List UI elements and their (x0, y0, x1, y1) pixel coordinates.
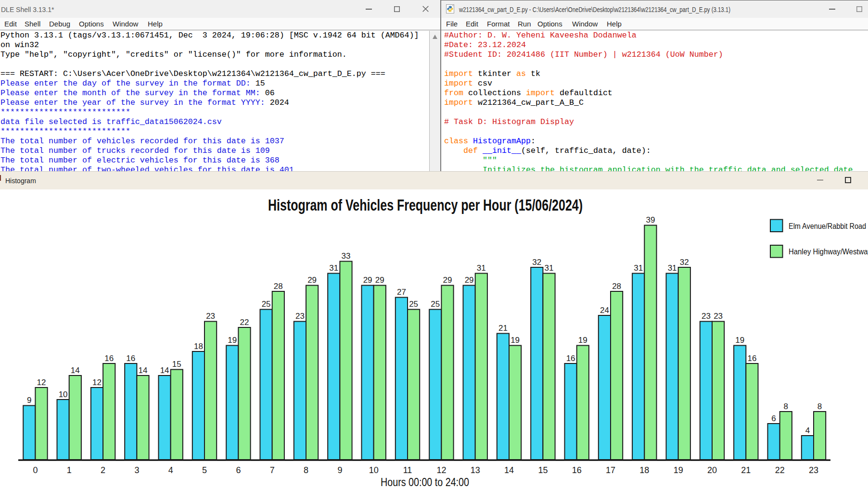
svg-text:23: 23 (206, 312, 215, 321)
svg-text:19: 19 (735, 336, 744, 345)
svg-text:4: 4 (168, 465, 173, 475)
svg-text:27: 27 (397, 288, 406, 297)
svg-text:29: 29 (307, 275, 317, 285)
svg-text:21: 21 (498, 324, 508, 333)
svg-text:14: 14 (71, 366, 80, 375)
svg-text:31: 31 (634, 263, 643, 273)
svg-text:8: 8 (784, 402, 788, 411)
svg-text:5: 5 (202, 465, 207, 475)
svg-text:8: 8 (304, 465, 308, 475)
svg-text:9: 9 (337, 465, 342, 475)
svg-text:8: 8 (817, 402, 822, 411)
svg-text:21: 21 (741, 465, 751, 475)
svg-text:19: 19 (578, 336, 587, 345)
svg-text:22: 22 (775, 465, 785, 475)
svg-text:3: 3 (134, 465, 139, 475)
svg-text:10: 10 (59, 390, 68, 399)
svg-text:Histogram of Vehicles Frequenc: Histogram of Vehicles Frequency per Hour… (268, 196, 583, 214)
svg-text:23: 23 (809, 465, 818, 475)
svg-text:Hours 00:00 to 24:00: Hours 00:00 to 24:00 (381, 475, 469, 488)
svg-text:16: 16 (747, 354, 756, 363)
svg-text:0: 0 (33, 465, 38, 475)
svg-text:19: 19 (674, 465, 683, 475)
svg-text:23: 23 (714, 312, 723, 321)
svg-text:19: 19 (228, 336, 237, 345)
svg-text:23: 23 (702, 312, 711, 321)
svg-text:13: 13 (471, 465, 480, 475)
svg-text:28: 28 (274, 282, 283, 291)
svg-text:19: 19 (511, 336, 520, 345)
svg-text:12: 12 (436, 465, 446, 475)
svg-text:10: 10 (369, 465, 379, 475)
svg-text:31: 31 (329, 263, 338, 273)
svg-text:29: 29 (375, 275, 384, 285)
svg-text:11: 11 (403, 465, 412, 475)
svg-text:14: 14 (160, 366, 169, 375)
svg-text:2: 2 (101, 465, 105, 475)
svg-text:20: 20 (707, 465, 717, 475)
svg-text:22: 22 (240, 318, 249, 327)
svg-text:14: 14 (504, 465, 514, 475)
svg-text:18: 18 (639, 465, 649, 475)
svg-text:31: 31 (477, 263, 486, 273)
svg-text:9: 9 (27, 396, 31, 405)
svg-text:29: 29 (465, 275, 474, 285)
svg-text:32: 32 (680, 258, 689, 267)
svg-text:23: 23 (295, 312, 305, 321)
svg-text:25: 25 (262, 300, 271, 309)
svg-text:31: 31 (668, 263, 677, 273)
svg-text:6: 6 (236, 465, 241, 475)
svg-text:32: 32 (532, 258, 541, 267)
svg-text:16: 16 (104, 354, 114, 363)
svg-text:16: 16 (572, 465, 582, 475)
svg-text:14: 14 (139, 366, 148, 375)
svg-text:12: 12 (92, 378, 102, 387)
svg-text:18: 18 (194, 342, 203, 351)
svg-text:15: 15 (172, 360, 181, 369)
svg-text:12: 12 (37, 378, 46, 387)
svg-text:17: 17 (606, 465, 615, 475)
svg-text:33: 33 (342, 251, 351, 261)
svg-text:39: 39 (646, 215, 655, 225)
svg-text:16: 16 (566, 354, 575, 363)
svg-text:29: 29 (363, 275, 372, 285)
svg-text:25: 25 (409, 300, 418, 309)
svg-text:25: 25 (431, 300, 440, 309)
svg-text:1: 1 (67, 465, 72, 475)
svg-text:29: 29 (443, 275, 452, 285)
svg-text:31: 31 (545, 263, 554, 273)
svg-text:7: 7 (270, 465, 275, 475)
svg-text:28: 28 (612, 282, 621, 291)
svg-text:4: 4 (805, 426, 810, 435)
svg-text:24: 24 (600, 306, 609, 315)
svg-text:6: 6 (771, 414, 776, 423)
svg-text:Hanley Highway/Westway: Hanley Highway/Westway (789, 247, 868, 256)
svg-text:Elm Avenue/Rabbit Road: Elm Avenue/Rabbit Road (789, 222, 866, 230)
svg-text:16: 16 (126, 354, 135, 363)
svg-text:15: 15 (538, 465, 548, 475)
